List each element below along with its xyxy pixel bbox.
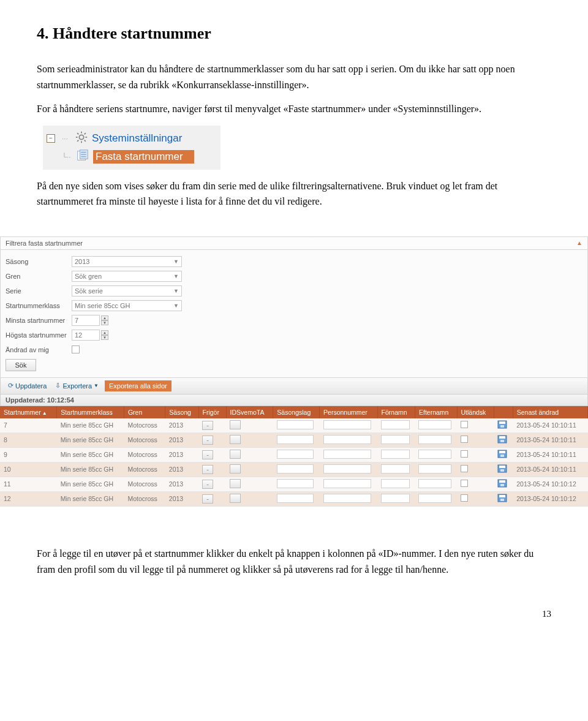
utlandsk-checkbox[interactable] bbox=[461, 494, 468, 502]
sasongslag-input[interactable] bbox=[277, 464, 314, 474]
personnummer-input[interactable] bbox=[323, 479, 371, 488]
spinner-min[interactable]: ▲▼ bbox=[101, 315, 108, 325]
save-icon[interactable] bbox=[497, 494, 507, 502]
personnummer-input[interactable] bbox=[323, 450, 371, 459]
idsvemota-button[interactable] bbox=[230, 420, 241, 429]
frigor-button[interactable]: - bbox=[202, 494, 213, 504]
save-icon[interactable] bbox=[497, 479, 507, 488]
tree-child-row[interactable]: └·· Fasta startnummer bbox=[60, 148, 217, 166]
tree-branch-icon: └·· bbox=[60, 153, 72, 161]
col-frigor[interactable]: Frigör bbox=[198, 406, 226, 418]
fornamn-input[interactable] bbox=[381, 420, 410, 429]
spinner-down-icon[interactable]: ▼ bbox=[101, 335, 108, 340]
paragraph-2: For å håndtere seriens startnumre, navig… bbox=[37, 101, 551, 117]
idsvemota-button[interactable] bbox=[230, 479, 241, 488]
col-fornamn[interactable]: Förnamn bbox=[377, 406, 415, 418]
tree-collapse-icon[interactable]: − bbox=[47, 134, 55, 143]
sasongslag-input[interactable] bbox=[277, 450, 314, 459]
svg-rect-18 bbox=[499, 436, 505, 439]
fornamn-input[interactable] bbox=[381, 450, 410, 459]
svg-line-7 bbox=[77, 140, 78, 142]
chevron-down-icon: ▼ bbox=[94, 383, 99, 388]
svg-line-5 bbox=[77, 133, 78, 134]
dropdown-startnummerklass[interactable]: Min serie 85cc GH▼ bbox=[72, 300, 182, 311]
section-heading: 4. Håndtere startnummer bbox=[37, 25, 551, 43]
input-max-startnummer[interactable]: 12 bbox=[72, 330, 100, 341]
sasongslag-input[interactable] bbox=[277, 420, 314, 429]
paragraph-3: På den nye siden som vises søker du fram… bbox=[37, 178, 551, 210]
cell-startnummer: 11 bbox=[0, 477, 57, 491]
gear-icon bbox=[75, 130, 88, 146]
dropdown-serie[interactable]: Sök serie▼ bbox=[72, 285, 182, 296]
col-senast-andrad[interactable]: Senast ändrad bbox=[513, 406, 587, 418]
dropdown-gren[interactable]: Sök gren▼ bbox=[72, 271, 182, 282]
idsvemota-button[interactable] bbox=[230, 450, 241, 459]
collapse-icon[interactable]: ▲ bbox=[576, 240, 582, 247]
svg-rect-24 bbox=[499, 466, 505, 468]
frigor-button[interactable]: - bbox=[202, 436, 213, 445]
sasongslag-input[interactable] bbox=[277, 435, 314, 444]
chevron-down-icon: ▼ bbox=[173, 273, 179, 279]
efternamn-input[interactable] bbox=[418, 479, 451, 488]
col-startnummer[interactable]: Startnummer▲ bbox=[0, 406, 57, 418]
input-min-startnummer[interactable]: 7 bbox=[72, 315, 100, 326]
table-row: 7Min serie 85cc GHMotocross2013-2013-05-… bbox=[0, 418, 588, 433]
idsvemota-button[interactable] bbox=[230, 435, 241, 444]
sasongslag-input[interactable] bbox=[277, 479, 314, 488]
save-icon[interactable] bbox=[497, 435, 507, 444]
personnummer-input[interactable] bbox=[323, 464, 371, 474]
idsvemota-button[interactable] bbox=[230, 494, 241, 503]
fornamn-input[interactable] bbox=[381, 479, 410, 488]
spinner-down-icon[interactable]: ▼ bbox=[101, 320, 108, 325]
sort-asc-icon: ▲ bbox=[42, 410, 47, 416]
save-icon[interactable] bbox=[497, 420, 507, 429]
personnummer-input[interactable] bbox=[323, 494, 371, 503]
svg-rect-15 bbox=[499, 421, 505, 424]
frigor-button[interactable]: - bbox=[202, 421, 213, 430]
efternamn-input[interactable] bbox=[418, 435, 451, 444]
col-efternamn[interactable]: Efternamn bbox=[415, 406, 457, 418]
export-button[interactable]: ⇩ Exportera ▼ bbox=[53, 381, 101, 390]
utlandsk-checkbox[interactable] bbox=[461, 465, 468, 472]
dropdown-sasong[interactable]: 2013▼ bbox=[72, 256, 182, 267]
fornamn-input[interactable] bbox=[381, 435, 410, 444]
spinner-up-icon[interactable]: ▲ bbox=[101, 315, 108, 320]
tree-parent-row[interactable]: − ··· Systeminställningar bbox=[47, 129, 217, 148]
col-utlandsk[interactable]: Utländsk bbox=[457, 406, 494, 418]
search-button[interactable]: Sök bbox=[6, 359, 36, 371]
frigor-button[interactable]: - bbox=[202, 450, 213, 459]
utlandsk-checkbox[interactable] bbox=[461, 436, 468, 443]
col-sasongslag[interactable]: Säsongslag bbox=[273, 406, 320, 418]
col-sasong[interactable]: Säsong bbox=[165, 406, 198, 418]
col-startnummerklass[interactable]: Startnummerklass bbox=[57, 406, 124, 418]
utlandsk-checkbox[interactable] bbox=[461, 450, 468, 458]
efternamn-input[interactable] bbox=[418, 494, 451, 503]
checkbox-andrad-av-mig[interactable] bbox=[72, 345, 80, 353]
col-idsvemota[interactable]: IDSvemoTA bbox=[226, 406, 273, 418]
svg-rect-31 bbox=[500, 499, 504, 501]
utlandsk-checkbox[interactable] bbox=[461, 480, 468, 487]
fornamn-input[interactable] bbox=[381, 464, 410, 474]
frigor-button[interactable]: - bbox=[202, 465, 213, 474]
spinner-up-icon[interactable]: ▲ bbox=[101, 330, 108, 335]
refresh-button[interactable]: ⟳ Uppdatera bbox=[6, 381, 49, 390]
fornamn-input[interactable] bbox=[381, 494, 410, 503]
refresh-icon: ⟳ bbox=[8, 382, 13, 390]
efternamn-input[interactable] bbox=[418, 464, 451, 474]
idsvemota-button[interactable] bbox=[230, 464, 241, 474]
page-number: 13 bbox=[0, 598, 588, 625]
col-gren[interactable]: Gren bbox=[124, 406, 165, 418]
efternamn-input[interactable] bbox=[418, 420, 451, 429]
save-icon[interactable] bbox=[497, 450, 507, 458]
personnummer-input[interactable] bbox=[323, 420, 371, 429]
efternamn-input[interactable] bbox=[418, 450, 451, 459]
frigor-button[interactable]: - bbox=[202, 480, 213, 489]
sasongslag-input[interactable] bbox=[277, 494, 314, 503]
col-personnummer[interactable]: Personnummer bbox=[320, 406, 378, 418]
save-icon[interactable] bbox=[497, 464, 507, 473]
cell-gren: Motocross bbox=[124, 462, 165, 477]
personnummer-input[interactable] bbox=[323, 435, 371, 444]
spinner-max[interactable]: ▲▼ bbox=[101, 330, 108, 340]
export-all-button[interactable]: Exportera alla sidor bbox=[105, 380, 172, 391]
utlandsk-checkbox[interactable] bbox=[461, 421, 468, 428]
